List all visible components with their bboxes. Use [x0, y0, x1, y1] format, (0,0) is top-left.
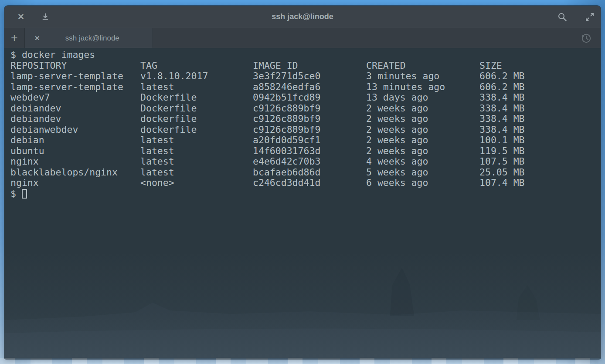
- cell-repository: blacklabelops/nginx: [10, 167, 140, 178]
- download-icon[interactable]: [40, 12, 51, 22]
- titlebar-left-controls: ✕: [16, 12, 51, 22]
- terminal-window: ✕ ssh jack@linode: [4, 6, 601, 359]
- table-row: lamp-server-templatelatesta858246edfa613…: [10, 82, 601, 93]
- cell-created: 2 weeks ago: [366, 146, 479, 157]
- cell-image-id: bcafaeb6d86d: [253, 167, 366, 178]
- cell-size: 606.2 MB: [479, 71, 525, 82]
- cell-repository: lamp-server-template: [10, 82, 140, 93]
- cell-repository: debiandev: [10, 103, 140, 114]
- cell-created: 2 weeks ago: [366, 114, 479, 125]
- table-row: debiandevDockerfilec9126c889bf92 weeks a…: [10, 103, 601, 114]
- header-repository: REPOSITORY: [10, 61, 140, 71]
- terminal-table-rows: lamp-server-templatev1.8.10.20173e3f271d…: [10, 71, 601, 189]
- cell-image-id: e4e6d42c70b3: [253, 156, 366, 167]
- cell-repository: nginx: [10, 156, 140, 167]
- cell-size: 107.5 MB: [479, 156, 525, 167]
- cell-created: 3 minutes ago: [366, 71, 479, 82]
- cell-tag: dockerfile: [140, 114, 253, 125]
- cell-size: 119.5 MB: [479, 146, 525, 157]
- cell-size: 25.05 MB: [479, 167, 525, 178]
- cell-repository: nginx: [10, 178, 140, 189]
- cell-tag: v1.8.10.2017: [140, 71, 253, 82]
- tabbar-right-controls: [580, 28, 592, 48]
- table-row: debianwebdevdockerfilec9126c889bf92 week…: [10, 125, 601, 135]
- cell-tag: latest: [140, 135, 253, 146]
- cell-image-id: 3e3f271d5ce0: [253, 71, 366, 82]
- table-row: lamp-server-templatev1.8.10.20173e3f271d…: [10, 71, 601, 82]
- cell-repository: lamp-server-template: [10, 71, 140, 82]
- titlebar-right-controls: [557, 12, 595, 22]
- cell-image-id: a20fd0d59cf1: [253, 135, 366, 146]
- cell-image-id: c9126c889bf9: [253, 103, 366, 114]
- window-title: ssh jack@linode: [4, 12, 601, 21]
- cell-repository: debian: [10, 135, 140, 146]
- cell-created: 6 weeks ago: [366, 178, 479, 189]
- wallpaper-silhouette: [4, 259, 601, 359]
- header-image-id: IMAGE ID: [253, 61, 366, 71]
- cell-size: 606.2 MB: [479, 82, 525, 93]
- cell-tag: latest: [140, 82, 253, 93]
- cell-size: 107.4 MB: [479, 178, 525, 189]
- expand-icon[interactable]: [585, 12, 595, 22]
- tab-close-icon[interactable]: ✕: [34, 35, 40, 41]
- cell-tag: latest: [140, 146, 253, 157]
- shell-prompt: $: [10, 49, 16, 60]
- cell-created: 2 weeks ago: [366, 103, 479, 114]
- header-size: SIZE: [479, 61, 502, 71]
- cell-image-id: c246cd3dd41d: [253, 178, 366, 189]
- table-header-row: REPOSITORY TAG IMAGE ID CREATED SIZE: [10, 61, 601, 71]
- titlebar[interactable]: ✕ ssh jack@linode: [4, 6, 601, 28]
- cell-created: 2 weeks ago: [366, 135, 479, 146]
- prompt-line: $: [10, 189, 601, 199]
- cell-image-id: c9126c889bf9: [253, 125, 366, 135]
- table-row: debiandevdockerfilec9126c889bf92 weeks a…: [10, 114, 601, 125]
- table-row: debianlatesta20fd0d59cf12 weeks ago100.1…: [10, 135, 601, 146]
- cell-size: 338.4 MB: [479, 114, 525, 125]
- header-tag: TAG: [140, 61, 253, 71]
- cell-repository: webdev7: [10, 92, 140, 103]
- cell-tag: Dockerfile: [140, 92, 253, 103]
- cell-size: 338.4 MB: [479, 103, 525, 114]
- cell-image-id: 0942b51fcd89: [253, 92, 366, 103]
- search-icon[interactable]: [557, 12, 568, 22]
- command-line: $docker images: [10, 50, 601, 61]
- cell-repository: ubuntu: [10, 146, 140, 157]
- cell-size: 100.1 MB: [479, 135, 525, 146]
- cell-created: 13 minutes ago: [366, 82, 479, 93]
- table-row: webdev7Dockerfile0942b51fcd8913 days ago…: [10, 92, 601, 103]
- tabbar: + ✕ ssh jack@linode: [4, 28, 601, 48]
- tab-label: ssh jack@linode: [40, 34, 153, 43]
- table-row: ubuntulatest14f60031763d2 weeks ago119.5…: [10, 146, 601, 157]
- cell-size: 338.4 MB: [479, 125, 525, 135]
- cell-tag: latest: [140, 156, 253, 167]
- cell-created: 13 days ago: [366, 92, 479, 103]
- table-row: nginx<none>c246cd3dd41d6 weeks ago107.4 …: [10, 178, 601, 189]
- cell-tag: latest: [140, 167, 253, 178]
- terminal-cursor: [22, 189, 27, 199]
- cell-created: 2 weeks ago: [366, 125, 479, 135]
- history-icon[interactable]: [580, 32, 592, 44]
- table-row: nginxlateste4e6d42c70b34 weeks ago107.5 …: [10, 156, 601, 167]
- table-row: blacklabelops/nginxlatestbcafaeb6d86d5 w…: [10, 167, 601, 178]
- cell-created: 5 weeks ago: [366, 167, 479, 178]
- terminal-output[interactable]: $docker images REPOSITORY TAG IMAGE ID C…: [4, 48, 601, 359]
- shell-prompt: $: [10, 188, 16, 199]
- tab-ssh-session[interactable]: ✕ ssh jack@linode: [25, 28, 153, 48]
- cell-image-id: 14f60031763d: [253, 146, 366, 157]
- cell-size: 338.4 MB: [479, 92, 525, 103]
- cell-repository: debianwebdev: [10, 125, 140, 135]
- cell-repository: debiandev: [10, 114, 140, 125]
- cell-image-id: c9126c889bf9: [253, 114, 366, 125]
- close-window-icon[interactable]: ✕: [16, 12, 26, 22]
- cell-tag: <none>: [140, 178, 253, 189]
- command-text: docker images: [22, 49, 95, 60]
- cell-created: 4 weeks ago: [366, 156, 479, 167]
- header-created: CREATED: [366, 61, 479, 71]
- cell-image-id: a858246edfa6: [253, 82, 366, 93]
- cell-tag: Dockerfile: [140, 103, 253, 114]
- cell-tag: dockerfile: [140, 125, 253, 135]
- new-tab-button[interactable]: +: [4, 28, 25, 48]
